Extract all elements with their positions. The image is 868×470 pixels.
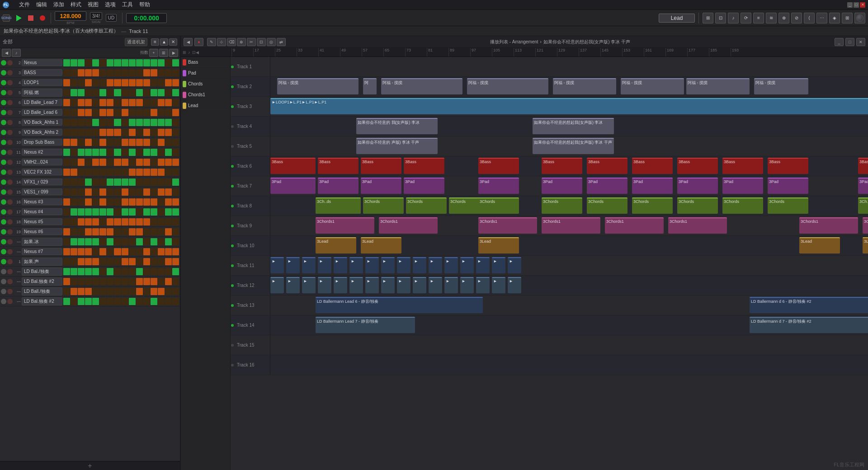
ch-pad[interactable] — [172, 268, 179, 275]
ch-pad[interactable] — [92, 109, 99, 116]
ch-pad[interactable] — [114, 119, 121, 126]
ch-pad[interactable] — [136, 79, 143, 86]
ch-pad[interactable] — [165, 59, 172, 66]
ch-solo[interactable] — [7, 169, 13, 175]
ch-pad[interactable] — [143, 169, 150, 176]
clip[interactable]: 3Chords — [677, 197, 718, 214]
ch-pad[interactable] — [99, 59, 106, 66]
ch-solo[interactable] — [7, 70, 13, 75]
track-content[interactable] — [270, 355, 868, 375]
ch-up-btn[interactable]: ▲ — [160, 38, 168, 46]
ch-pad[interactable] — [122, 79, 128, 86]
ch-pad[interactable] — [99, 238, 106, 245]
ch-pad[interactable] — [136, 218, 143, 226]
ch-pad[interactable] — [107, 159, 113, 166]
ch-pad[interactable] — [122, 129, 128, 136]
ch-led[interactable] — [1, 219, 6, 225]
ch-pad[interactable] — [114, 79, 121, 86]
ch-pad[interactable] — [63, 238, 70, 245]
ch-pad[interactable] — [136, 258, 143, 265]
ch-pad[interactable] — [63, 69, 70, 76]
ch-pad[interactable] — [92, 159, 99, 166]
channel-row[interactable]: 11 Nexus #2 — [0, 147, 180, 157]
ch-pad[interactable] — [136, 109, 143, 116]
track-content[interactable] — [270, 57, 868, 76]
ch-pad[interactable] — [158, 169, 165, 176]
ch-pad[interactable] — [71, 159, 77, 166]
ch-pad[interactable] — [107, 149, 113, 156]
ch-pad[interactable] — [143, 228, 150, 235]
ch-pad[interactable] — [114, 198, 121, 206]
clip[interactable]: 3Lead — [799, 237, 840, 254]
ch-pad[interactable] — [122, 288, 128, 295]
ch-pad[interactable] — [71, 238, 77, 245]
ch-pad[interactable] — [99, 79, 106, 86]
channel-row[interactable]: 19 Nexus #6 — [0, 227, 180, 237]
ch-pad[interactable] — [78, 109, 85, 116]
clip[interactable]: 3Chords1 — [379, 217, 438, 234]
ch-pad[interactable] — [129, 169, 136, 176]
ch-pad[interactable] — [71, 129, 77, 136]
ch-solo[interactable] — [7, 60, 13, 66]
arr-minimize-btn[interactable]: _ — [835, 38, 844, 46]
ch-pad[interactable] — [71, 89, 77, 96]
ch-pad[interactable] — [158, 89, 165, 96]
ch-pad[interactable] — [151, 59, 157, 66]
channel-row[interactable]: 6 LD Balle_Lead 7 — [0, 98, 180, 108]
ch-pad[interactable] — [151, 129, 157, 136]
ch-pad[interactable] — [92, 218, 99, 226]
clip[interactable]: ► — [476, 277, 490, 293]
ch-pad[interactable] — [92, 228, 99, 235]
track-content[interactable]: ► ► ► ► ► ► — [270, 276, 868, 295]
ch-pad[interactable] — [107, 218, 113, 226]
tool-btn-4[interactable]: ⟳ — [741, 13, 751, 24]
ch-pad[interactable] — [78, 198, 85, 206]
ch-pad[interactable] — [63, 149, 70, 156]
ch-pad[interactable] — [136, 268, 143, 275]
ch-pad[interactable] — [172, 119, 179, 126]
clip[interactable]: 3Bass — [587, 158, 627, 174]
ch-pad[interactable] — [165, 268, 172, 275]
ch-pad[interactable] — [136, 298, 143, 305]
ch-pad[interactable] — [151, 119, 157, 126]
ch-led[interactable] — [1, 289, 6, 294]
clip[interactable]: 3Chords — [632, 197, 673, 214]
ch-pad[interactable] — [99, 69, 106, 76]
ch-pad[interactable] — [114, 99, 121, 106]
clip[interactable]: ► — [302, 277, 316, 293]
ch-pad[interactable] — [78, 218, 85, 226]
ch-pad[interactable] — [151, 278, 157, 285]
clip[interactable]: 3Chords — [587, 197, 627, 214]
ch-pad[interactable] — [114, 89, 121, 96]
ch-pad[interactable] — [129, 109, 136, 116]
ch-pad[interactable] — [107, 179, 113, 186]
ch-pad[interactable] — [158, 129, 165, 136]
ch-pad[interactable] — [71, 59, 77, 66]
ch-pad[interactable] — [71, 169, 77, 176]
ch-led[interactable] — [1, 229, 6, 235]
ch-pad[interactable] — [165, 69, 172, 76]
ch-pad[interactable] — [151, 238, 157, 245]
ch-pad[interactable] — [78, 99, 85, 106]
ch-pad[interactable] — [143, 109, 150, 116]
ch-pad[interactable] — [165, 109, 172, 116]
clip[interactable]: 3Bass — [542, 158, 582, 174]
ch-pad[interactable] — [172, 109, 179, 116]
arr-tool-erase[interactable]: ⌫ — [227, 38, 236, 46]
ch-pad[interactable] — [99, 179, 106, 186]
ch-pad[interactable] — [129, 159, 136, 166]
song-mode-button[interactable]: SONG — [3, 14, 10, 22]
clip[interactable]: ► — [334, 257, 347, 273]
menu-view[interactable]: 视图 — [88, 1, 99, 9]
ch-solo[interactable] — [7, 279, 13, 284]
ch-led[interactable] — [1, 150, 6, 155]
ch-pad[interactable] — [99, 258, 106, 265]
ch-pad[interactable] — [63, 278, 70, 285]
arr-tool-pencil[interactable]: ✎ — [207, 38, 216, 46]
ch-pad[interactable] — [114, 59, 121, 66]
clip[interactable]: ► — [397, 257, 410, 273]
ch-pad[interactable] — [92, 188, 99, 196]
channel-row[interactable]: — LD Bal./独奏 — [0, 267, 180, 277]
ch-pad[interactable] — [136, 238, 143, 245]
ch-pad[interactable] — [114, 288, 121, 295]
